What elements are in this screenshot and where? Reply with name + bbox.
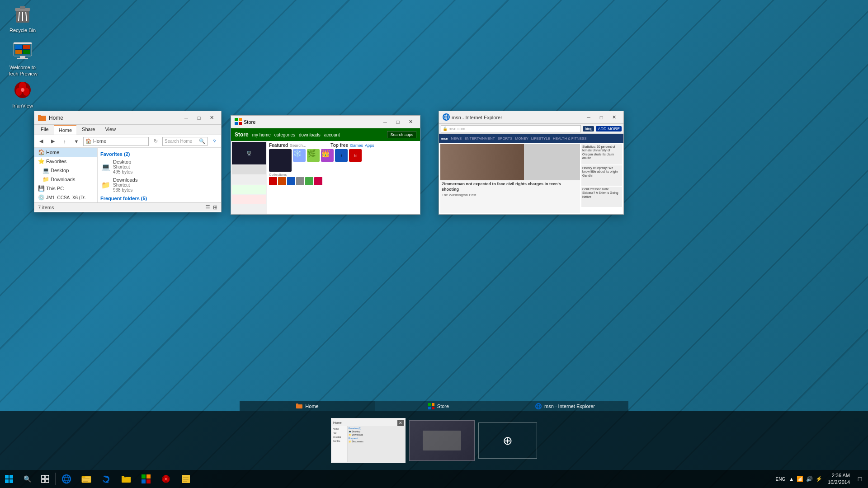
app-tile-1[interactable]	[269, 149, 292, 172]
store-nav-categories[interactable]: categories	[274, 132, 295, 137]
tab-file[interactable]: File	[36, 125, 53, 135]
taskbar-irfanview[interactable]	[156, 470, 176, 488]
store-nav-store[interactable]: Store	[235, 131, 249, 138]
search-button[interactable]: 🔍	[18, 470, 36, 488]
store-minimize[interactable]: ─	[379, 117, 391, 127]
nav-home[interactable]: 🏠 Home	[34, 148, 97, 157]
svg-rect-13	[20, 56, 25, 58]
volume-up-icon[interactable]: ▲	[789, 476, 794, 482]
taskbar-ie[interactable]	[57, 470, 76, 488]
start-button[interactable]	[0, 470, 18, 488]
msn-nav-health[interactable]: HEALTH & FITNESS	[553, 136, 587, 141]
details-view-icon[interactable]: ☰	[205, 204, 210, 211]
vd-thumb-1[interactable]: Home HomeFavDesktopDwnlds Favorites (2) …	[331, 418, 406, 463]
store-close[interactable]: ✕	[405, 117, 416, 127]
nav-favorites[interactable]: ⭐ Favorites	[34, 157, 97, 166]
system-clock[interactable]: 2:36 AM 10/2/2014	[824, 472, 854, 486]
coll-tile-4[interactable]	[296, 177, 304, 185]
vd-add-button[interactable]: ⊕	[478, 422, 537, 459]
side-story-2[interactable]: History of leprosy: We know little about…	[581, 165, 622, 186]
wifi-icon[interactable]: 📶	[797, 476, 803, 482]
irfanview-icon[interactable]: IrfanView	[5, 79, 41, 109]
file-downloads-shortcut[interactable]: 📁 Downloads Shortcut 938 bytes	[99, 176, 219, 194]
minimize-button[interactable]: ─	[180, 113, 192, 122]
battery-icon[interactable]: ⚡	[816, 476, 822, 482]
store-featured-thumb-1[interactable]: 🖥️	[232, 142, 266, 164]
coll-tile-5[interactable]	[305, 177, 313, 185]
msn-nav-sports[interactable]: SPORTS	[498, 136, 513, 141]
store-search-box[interactable]: Search apps	[387, 131, 416, 138]
thumb-1-close[interactable]: ✕	[397, 420, 404, 426]
file-desktop-shortcut[interactable]: 💻 Desktop Shortcut 495 bytes	[99, 158, 219, 176]
file-documents[interactable]: 📁 Documents	[99, 202, 219, 202]
close-button[interactable]: ✕	[206, 113, 217, 122]
recycle-bin-icon[interactable]: Recycle Bin	[5, 4, 41, 33]
apps-tab[interactable]: Apps	[365, 143, 374, 148]
msn-nav-money[interactable]: MONEY	[515, 136, 528, 141]
large-icons-view-icon[interactable]: ⊞	[213, 204, 217, 211]
store-featured-thumb-2[interactable]	[232, 165, 266, 174]
coll-tile-3[interactable]	[287, 177, 295, 185]
tab-share[interactable]: Share	[77, 125, 99, 135]
forward-button[interactable]: ▶	[48, 136, 58, 146]
thumb-file-2: 📁 Downloads	[349, 433, 404, 436]
side-story-3[interactable]: Cold Pressed Rate Skipass? A Skier is Go…	[581, 187, 622, 207]
nav-thispc[interactable]: 💾 This PC	[34, 184, 97, 193]
store-nav-account[interactable]: account	[324, 132, 340, 137]
msn-nav-lifestyle[interactable]: LIFESTYLE	[531, 136, 550, 141]
help-button[interactable]: ?	[209, 136, 219, 146]
task-view-button[interactable]	[36, 470, 54, 488]
search-box[interactable]: Search Home 🔍	[162, 137, 208, 146]
taskbar-edge[interactable]	[96, 470, 116, 488]
store-nav-downloads2[interactable]: downloads	[299, 132, 321, 137]
tab-view[interactable]: View	[100, 125, 120, 135]
store-nav-myhome[interactable]: my home	[252, 132, 271, 137]
msn-nav-news[interactable]: NEWS	[451, 136, 462, 141]
nav-network[interactable]: 🌐 Network	[34, 202, 97, 202]
coll-tile-1[interactable]	[269, 177, 277, 185]
maximize-button[interactable]: □	[193, 113, 205, 122]
recent-button[interactable]: ▼	[71, 136, 81, 146]
taskbar-sticky[interactable]	[176, 470, 196, 488]
ie-maximize[interactable]: □	[595, 113, 607, 122]
ie-minimize[interactable]: ─	[583, 113, 594, 122]
address-path[interactable]: 🏠 Home	[83, 137, 149, 146]
volume-icon[interactable]: 🔊	[806, 476, 813, 482]
ie-bing-btn[interactable]: ADD MORE	[596, 126, 622, 131]
store-titlebar[interactable]: Store ─ □ ✕	[231, 116, 420, 128]
app-tile-fb[interactable]: f	[335, 149, 348, 162]
app-tile-2[interactable]: ❄️	[293, 149, 306, 162]
up-button[interactable]: ↑	[60, 136, 70, 146]
clock-time: 2:36 AM	[828, 472, 850, 479]
ie-bing-search[interactable]: bing	[583, 126, 594, 131]
app-tile-4[interactable]: 👑	[321, 149, 334, 162]
thumb-content: HomeFavDesktopDwnlds Favorites (2) 💻 Des…	[332, 426, 405, 462]
welcome-icon[interactable]: Welcome toTech Preview	[5, 41, 41, 77]
tab-home[interactable]: Home	[54, 125, 76, 135]
coll-tile-2[interactable]	[278, 177, 286, 185]
store-featured-thumb-3[interactable]	[232, 175, 266, 184]
side-story-1[interactable]: Statistics: 30 percent of female Univers…	[581, 144, 622, 164]
games-tab[interactable]: Games	[350, 143, 363, 148]
msn-nav-ent[interactable]: ENTERTAINMENT	[464, 136, 495, 141]
store-maximize[interactable]: □	[392, 117, 404, 127]
taskbar-file-explorer[interactable]	[76, 470, 96, 488]
store-featured-thumb-5[interactable]	[232, 195, 266, 204]
ie-address-bar[interactable]: 🔒 msn.com	[441, 125, 581, 132]
app-tile-3[interactable]: 🌿	[307, 149, 320, 162]
taskbar-folder[interactable]	[116, 470, 136, 488]
vd-thumb-2[interactable]	[409, 420, 475, 461]
notification-center[interactable]: □	[855, 470, 864, 488]
ie-close[interactable]: ✕	[608, 113, 620, 122]
nav-drive[interactable]: 💿 JM1_CCSA_X6 (D:.	[34, 193, 97, 202]
coll-tile-6[interactable]	[314, 177, 322, 185]
taskbar-store[interactable]	[136, 470, 156, 488]
back-button[interactable]: ◀	[36, 136, 46, 146]
store-featured-thumb-4[interactable]	[232, 185, 266, 194]
keyboard-indicator[interactable]: ENG	[774, 477, 788, 482]
app-tile-netflix[interactable]: N	[349, 149, 362, 162]
refresh-button[interactable]: ↻	[151, 136, 160, 146]
nav-desktop[interactable]: 💻 Desktop	[34, 166, 97, 175]
file-explorer-titlebar[interactable]: Home ─ □ ✕	[34, 111, 221, 125]
nav-downloads[interactable]: 📁 Downloads	[34, 175, 97, 184]
